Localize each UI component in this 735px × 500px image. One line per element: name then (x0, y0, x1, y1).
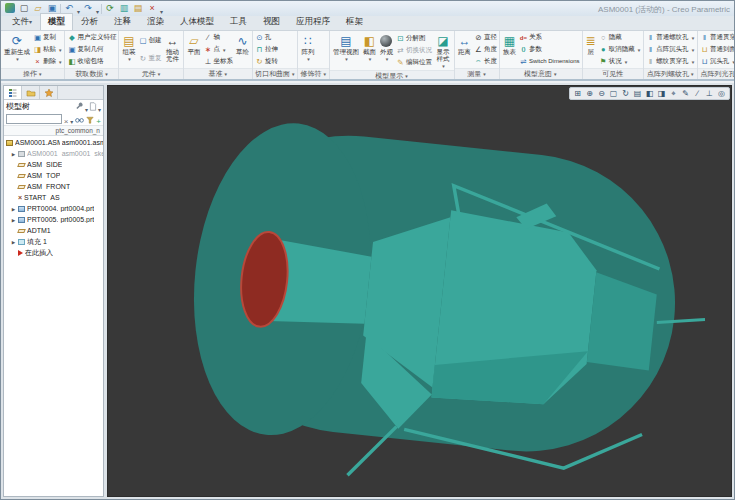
regenerate-button[interactable]: 重新生成 (3, 32, 31, 67)
counterbore-button[interactable]: 沉头孔 (700, 56, 734, 67)
distance-button[interactable]: 距离 (457, 32, 472, 67)
expand-arrow-icon[interactable] (11, 205, 16, 212)
zoom-box-icon[interactable] (572, 88, 583, 99)
annotation-display-icon[interactable] (680, 88, 691, 99)
tree-item-adtm1[interactable]: ADTM1 (4, 225, 103, 236)
revolve-button[interactable]: 旋转 (255, 56, 278, 67)
pattern-button[interactable]: 阵列 (300, 32, 315, 67)
copy-button[interactable]: 复制 (33, 32, 62, 43)
group-label-pattern-threaded-holes[interactable]: 点阵列螺纹孔 (644, 68, 697, 79)
point-button[interactable]: 点 (203, 44, 233, 55)
expand-arrow-icon[interactable] (11, 216, 16, 223)
tab-file[interactable]: 文件 (4, 13, 40, 30)
tab-framework[interactable]: 框架 (338, 13, 371, 30)
appearance-button[interactable]: 外观 (379, 32, 394, 69)
status-button[interactable]: 状况 (599, 56, 641, 67)
exploded-view-button[interactable]: 分解图 (396, 33, 432, 44)
axis-display-icon[interactable] (692, 88, 703, 99)
repaint-icon[interactable] (620, 88, 631, 99)
toggle-status-button[interactable]: 切换状况 (396, 45, 432, 56)
expand-arrow-icon[interactable] (11, 150, 16, 157)
refit-icon[interactable] (608, 88, 619, 99)
tree-item-skeleton[interactable]: ASM0001_asm0001_skel000 (4, 148, 103, 159)
assemble-button[interactable]: 组装 (121, 32, 136, 67)
favorites-tab[interactable] (40, 86, 58, 99)
group-label-pattern-plain-holes[interactable]: 点阵列光孔 (698, 68, 734, 79)
tree-search-input[interactable] (6, 114, 62, 124)
angle-button[interactable]: 角度 (474, 44, 497, 55)
spin-center-icon[interactable] (716, 88, 727, 99)
assembly-model[interactable] (176, 114, 721, 496)
tab-render[interactable]: 渲染 (139, 13, 172, 30)
tree-item-assembly[interactable]: ASM0001.ASM asm0001.asm (4, 137, 103, 148)
model-tree-tab[interactable] (4, 86, 22, 99)
3d-model-canvas[interactable] (108, 86, 731, 496)
edit-position-button[interactable]: 编辑位置 (396, 57, 432, 68)
normal-through-button[interactable]: 普通贯穿 (700, 32, 734, 43)
tab-analysis[interactable]: 分析 (73, 13, 106, 30)
datum-display-icon[interactable] (668, 88, 679, 99)
manage-views-button[interactable]: 管理视图 (332, 32, 360, 69)
udf-button[interactable]: 用户定义特征 (67, 32, 116, 43)
layers-button[interactable]: 层 (585, 32, 597, 67)
group-label-operations[interactable]: 操作 (1, 68, 64, 79)
tree-column-header[interactable]: ptc_common_n (4, 126, 103, 136)
tab-manikin[interactable]: 人体模型 (172, 13, 222, 30)
paste-button[interactable]: 粘贴 (33, 44, 62, 55)
tree-item-asm-side[interactable]: ASM_SIDE (4, 159, 103, 170)
tree-item-asm-front[interactable]: ASM_FRONT (4, 181, 103, 192)
group-label-datum[interactable]: 基准 (184, 68, 252, 79)
csys-button[interactable]: 坐标系 (203, 56, 233, 67)
saved-orientations-icon[interactable] (632, 88, 643, 99)
normal-to-face-button[interactable]: 普通到面 (700, 44, 734, 55)
zoom-in-icon[interactable] (584, 88, 595, 99)
group-label-component[interactable]: 元件 (119, 68, 183, 79)
group-label-cut-surface[interactable]: 切口和曲面 (253, 68, 297, 79)
group-label-model-intent[interactable]: 模型意图 (500, 68, 582, 79)
delete-button[interactable]: 删除 (33, 56, 62, 67)
tab-tools[interactable]: 工具 (222, 13, 255, 30)
sections-button[interactable]: 截面 (362, 32, 377, 69)
tree-item-prt0004[interactable]: PRT0004. prt0004.prt (4, 203, 103, 214)
pattern-counterbore-hole-button[interactable]: 点阵沉头孔 (646, 44, 695, 55)
display-style-icon[interactable] (644, 88, 655, 99)
group-label-modifiers[interactable]: 修饰符 (298, 68, 328, 79)
tab-annotate[interactable]: 注释 (106, 13, 139, 30)
group-label-visibility[interactable]: 可见性 (583, 68, 644, 79)
tree-item-fill-1[interactable]: 填充 1 (4, 236, 103, 247)
extrude-button[interactable]: 拉伸 (255, 44, 278, 55)
family-table-button[interactable]: 族表 (502, 32, 517, 67)
group-label-model-display[interactable]: 模型显示 (330, 70, 454, 81)
switch-dimensions-button[interactable]: Switch Dimensions (519, 56, 580, 67)
threaded-through-hole-button[interactable]: 螺纹贯穿孔 (646, 56, 695, 67)
group-label-measure[interactable]: 测量 (455, 68, 499, 79)
sketch-button[interactable]: 草绘 (235, 32, 250, 67)
repeat-button[interactable]: 重复 (138, 53, 161, 64)
drag-components-button[interactable]: 拖动元件 (163, 32, 181, 67)
tab-applications[interactable]: 应用程序 (288, 13, 338, 30)
tree-item-insert-here[interactable]: 在此插入 (4, 247, 103, 258)
hide-button[interactable]: 隐藏 (599, 32, 641, 43)
shrinkwrap-button[interactable]: 收缩包络 (67, 56, 116, 67)
csys-display-icon[interactable] (704, 88, 715, 99)
graphics-area[interactable] (107, 85, 732, 497)
copy-geometry-button[interactable]: 复制几何 (67, 44, 116, 55)
group-label-get-data[interactable]: 获取数据 (65, 68, 118, 79)
normal-threaded-hole-button[interactable]: 普通螺纹孔 (646, 32, 695, 43)
tree-item-start-csys[interactable]: START_AS (4, 192, 103, 203)
hole-button[interactable]: 孔 (255, 32, 278, 43)
unhide-button[interactable]: 取消隐藏 (599, 44, 641, 55)
display-style-button[interactable]: 显示样式 (434, 32, 452, 69)
tree-item-asm-top[interactable]: ASM_TOP (4, 170, 103, 181)
zoom-out-icon[interactable] (596, 88, 607, 99)
tree-item-prt0005[interactable]: PRT0005. prt0005.prt (4, 214, 103, 225)
folder-browser-tab[interactable] (22, 86, 40, 99)
relations-button[interactable]: d=关系 (519, 32, 580, 43)
diameter-button[interactable]: 直径 (474, 32, 497, 43)
perspective-icon[interactable] (656, 88, 667, 99)
tab-view[interactable]: 视图 (255, 13, 288, 30)
tab-model[interactable]: 模型 (40, 13, 73, 30)
create-component-button[interactable]: 创建 (138, 35, 161, 46)
length-button[interactable]: 长度 (474, 56, 497, 67)
parameters-button[interactable]: ()参数 (519, 44, 580, 55)
